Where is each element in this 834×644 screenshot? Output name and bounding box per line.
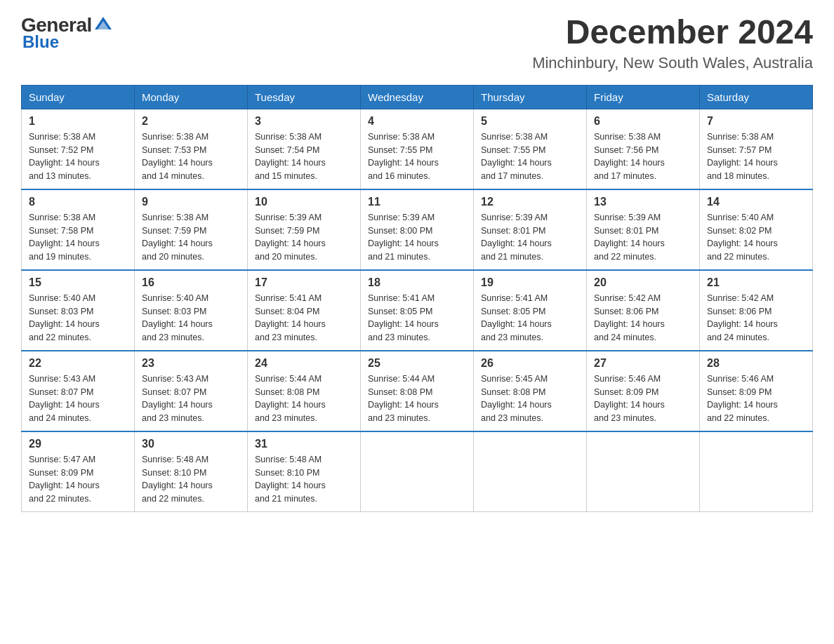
header-friday: Friday: [587, 85, 700, 109]
calendar-cell: 2Sunrise: 5:38 AMSunset: 7:53 PMDaylight…: [135, 109, 248, 189]
day-info: Sunrise: 5:41 AMSunset: 8:05 PMDaylight:…: [481, 292, 579, 344]
calendar-week-row: 8Sunrise: 5:38 AMSunset: 7:58 PMDaylight…: [22, 189, 813, 270]
header-monday: Monday: [135, 85, 248, 109]
calendar-cell: [700, 431, 813, 512]
day-number: 27: [594, 357, 692, 370]
calendar-week-row: 15Sunrise: 5:40 AMSunset: 8:03 PMDayligh…: [22, 270, 813, 351]
calendar-cell: 13Sunrise: 5:39 AMSunset: 8:01 PMDayligh…: [587, 189, 700, 270]
calendar-cell: 26Sunrise: 5:45 AMSunset: 8:08 PMDayligh…: [474, 351, 587, 431]
day-info: Sunrise: 5:41 AMSunset: 8:05 PMDaylight:…: [368, 292, 466, 344]
calendar-week-row: 29Sunrise: 5:47 AMSunset: 8:09 PMDayligh…: [22, 431, 813, 512]
day-number: 23: [142, 357, 240, 370]
day-info: Sunrise: 5:42 AMSunset: 8:06 PMDaylight:…: [707, 292, 805, 344]
day-info: Sunrise: 5:48 AMSunset: 8:10 PMDaylight:…: [142, 453, 240, 506]
calendar-cell: 11Sunrise: 5:39 AMSunset: 8:00 PMDayligh…: [361, 189, 474, 270]
day-number: 1: [29, 115, 127, 128]
day-number: 16: [142, 276, 240, 289]
day-info: Sunrise: 5:39 AMSunset: 8:01 PMDaylight:…: [481, 211, 579, 264]
day-number: 25: [368, 357, 466, 370]
calendar-title: December 2024: [532, 14, 813, 51]
calendar-cell: 17Sunrise: 5:41 AMSunset: 8:04 PMDayligh…: [248, 270, 361, 351]
day-info: Sunrise: 5:44 AMSunset: 8:08 PMDaylight:…: [255, 373, 353, 425]
day-number: 15: [29, 276, 127, 289]
day-number: 12: [481, 196, 579, 208]
day-info: Sunrise: 5:43 AMSunset: 8:07 PMDaylight:…: [142, 373, 240, 425]
day-info: Sunrise: 5:39 AMSunset: 8:00 PMDaylight:…: [368, 211, 466, 264]
calendar-subtitle: Minchinbury, New South Wales, Australia: [532, 54, 813, 72]
header-wednesday: Wednesday: [361, 85, 474, 109]
day-info: Sunrise: 5:47 AMSunset: 8:09 PMDaylight:…: [29, 453, 127, 506]
calendar-cell: 14Sunrise: 5:40 AMSunset: 8:02 PMDayligh…: [700, 189, 813, 270]
day-info: Sunrise: 5:40 AMSunset: 8:02 PMDaylight:…: [707, 211, 805, 264]
calendar-cell: 1Sunrise: 5:38 AMSunset: 7:52 PMDaylight…: [22, 109, 135, 189]
day-number: 29: [29, 438, 127, 450]
calendar-cell: 24Sunrise: 5:44 AMSunset: 8:08 PMDayligh…: [248, 351, 361, 431]
day-number: 13: [594, 196, 692, 208]
day-number: 28: [707, 357, 805, 370]
day-info: Sunrise: 5:40 AMSunset: 8:03 PMDaylight:…: [142, 292, 240, 344]
day-info: Sunrise: 5:43 AMSunset: 8:07 PMDaylight:…: [29, 373, 127, 425]
calendar-cell: 28Sunrise: 5:46 AMSunset: 8:09 PMDayligh…: [700, 351, 813, 431]
day-info: Sunrise: 5:38 AMSunset: 7:55 PMDaylight:…: [481, 130, 579, 183]
day-number: 6: [594, 115, 692, 128]
weekday-header-row: Sunday Monday Tuesday Wednesday Thursday…: [22, 85, 813, 109]
calendar-table: Sunday Monday Tuesday Wednesday Thursday…: [21, 85, 813, 512]
calendar-cell: 3Sunrise: 5:38 AMSunset: 7:54 PMDaylight…: [248, 109, 361, 189]
day-info: Sunrise: 5:41 AMSunset: 8:04 PMDaylight:…: [255, 292, 353, 344]
day-info: Sunrise: 5:38 AMSunset: 7:55 PMDaylight:…: [368, 130, 466, 183]
day-info: Sunrise: 5:38 AMSunset: 7:57 PMDaylight:…: [707, 130, 805, 183]
calendar-cell: 6Sunrise: 5:38 AMSunset: 7:56 PMDaylight…: [587, 109, 700, 189]
day-number: 21: [707, 276, 805, 289]
day-info: Sunrise: 5:38 AMSunset: 7:53 PMDaylight:…: [142, 130, 240, 183]
calendar-cell: 15Sunrise: 5:40 AMSunset: 8:03 PMDayligh…: [22, 270, 135, 351]
calendar-cell: [361, 431, 474, 512]
day-number: 26: [481, 357, 579, 370]
calendar-cell: 21Sunrise: 5:42 AMSunset: 8:06 PMDayligh…: [700, 270, 813, 351]
calendar-cell: 12Sunrise: 5:39 AMSunset: 8:01 PMDayligh…: [474, 189, 587, 270]
day-info: Sunrise: 5:38 AMSunset: 7:54 PMDaylight:…: [255, 130, 353, 183]
logo-blue-text: Blue: [22, 32, 59, 51]
header-thursday: Thursday: [474, 85, 587, 109]
day-info: Sunrise: 5:39 AMSunset: 8:01 PMDaylight:…: [594, 211, 692, 264]
calendar-cell: 22Sunrise: 5:43 AMSunset: 8:07 PMDayligh…: [22, 351, 135, 431]
calendar-cell: 10Sunrise: 5:39 AMSunset: 7:59 PMDayligh…: [248, 189, 361, 270]
calendar-cell: 30Sunrise: 5:48 AMSunset: 8:10 PMDayligh…: [135, 431, 248, 512]
day-info: Sunrise: 5:39 AMSunset: 7:59 PMDaylight:…: [255, 211, 353, 264]
day-number: 5: [481, 115, 579, 128]
day-number: 3: [255, 115, 353, 128]
calendar-cell: [587, 431, 700, 512]
day-number: 4: [368, 115, 466, 128]
day-number: 14: [707, 196, 805, 208]
calendar-cell: 4Sunrise: 5:38 AMSunset: 7:55 PMDaylight…: [361, 109, 474, 189]
day-info: Sunrise: 5:48 AMSunset: 8:10 PMDaylight:…: [255, 453, 353, 506]
page-header: General Blue December 2024 Minchinbury, …: [21, 14, 813, 72]
day-number: 19: [481, 276, 579, 289]
calendar-cell: 29Sunrise: 5:47 AMSunset: 8:09 PMDayligh…: [22, 431, 135, 512]
calendar-cell: 5Sunrise: 5:38 AMSunset: 7:55 PMDaylight…: [474, 109, 587, 189]
day-info: Sunrise: 5:42 AMSunset: 8:06 PMDaylight:…: [594, 292, 692, 344]
calendar-week-row: 1Sunrise: 5:38 AMSunset: 7:52 PMDaylight…: [22, 109, 813, 189]
calendar-cell: 20Sunrise: 5:42 AMSunset: 8:06 PMDayligh…: [587, 270, 700, 351]
day-info: Sunrise: 5:46 AMSunset: 8:09 PMDaylight:…: [707, 373, 805, 425]
calendar-cell: 16Sunrise: 5:40 AMSunset: 8:03 PMDayligh…: [135, 270, 248, 351]
day-info: Sunrise: 5:44 AMSunset: 8:08 PMDaylight:…: [368, 373, 466, 425]
day-info: Sunrise: 5:38 AMSunset: 7:58 PMDaylight:…: [29, 211, 127, 264]
day-info: Sunrise: 5:45 AMSunset: 8:08 PMDaylight:…: [481, 373, 579, 425]
calendar-cell: 18Sunrise: 5:41 AMSunset: 8:05 PMDayligh…: [361, 270, 474, 351]
day-number: 8: [29, 196, 127, 208]
logo-icon: [93, 14, 113, 34]
day-info: Sunrise: 5:38 AMSunset: 7:59 PMDaylight:…: [142, 211, 240, 264]
day-number: 2: [142, 115, 240, 128]
day-number: 9: [142, 196, 240, 208]
day-info: Sunrise: 5:46 AMSunset: 8:09 PMDaylight:…: [594, 373, 692, 425]
title-area: December 2024 Minchinbury, New South Wal…: [532, 14, 813, 72]
calendar-cell: 25Sunrise: 5:44 AMSunset: 8:08 PMDayligh…: [361, 351, 474, 431]
day-number: 18: [368, 276, 466, 289]
calendar-cell: 27Sunrise: 5:46 AMSunset: 8:09 PMDayligh…: [587, 351, 700, 431]
day-info: Sunrise: 5:40 AMSunset: 8:03 PMDaylight:…: [29, 292, 127, 344]
calendar-week-row: 22Sunrise: 5:43 AMSunset: 8:07 PMDayligh…: [22, 351, 813, 431]
day-number: 7: [707, 115, 805, 128]
calendar-cell: 9Sunrise: 5:38 AMSunset: 7:59 PMDaylight…: [135, 189, 248, 270]
day-number: 20: [594, 276, 692, 289]
header-tuesday: Tuesday: [248, 85, 361, 109]
